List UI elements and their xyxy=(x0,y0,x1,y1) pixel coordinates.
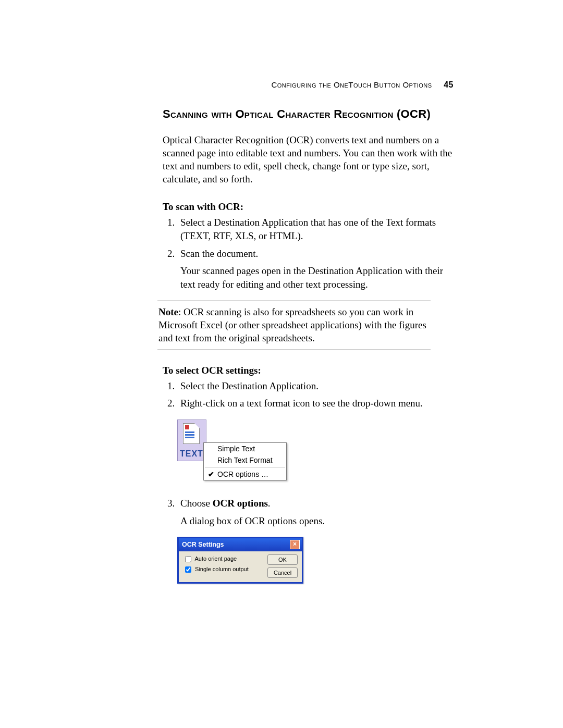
select-step-3-followup: A dialog box of OCR options opens. xyxy=(180,514,455,528)
auto-orient-checkbox[interactable] xyxy=(185,556,191,562)
check-icon: ✔ xyxy=(208,470,214,478)
ocr-settings-dialog: OCR Settings × Auto orient page Single c… xyxy=(177,537,303,584)
menu-item-ocr-options[interactable]: ✔ OCR options … xyxy=(204,468,286,480)
select-step-1: Select the Destination Application. xyxy=(177,379,455,393)
note-box: Note: OCR scanning is also for spreadshe… xyxy=(157,301,431,350)
single-column-checkbox[interactable] xyxy=(185,566,191,573)
menu-item-simple-text[interactable]: Simple Text xyxy=(204,443,286,454)
text-icon-label: TEXT xyxy=(180,449,203,459)
context-menu-illustration: TEXT Simple Text Rich Text Format ✔ OCR … xyxy=(177,419,455,487)
scan-step-1: Select a Destination Application that ha… xyxy=(177,216,455,242)
single-column-option[interactable]: Single column output xyxy=(183,565,267,574)
dialog-body: Auto orient page Single column output OK… xyxy=(179,551,302,582)
ocr-options-bold: OCR options xyxy=(213,498,268,509)
document-icon xyxy=(183,423,200,444)
select-step-2: Right-click on a text format icon to see… xyxy=(177,397,455,410)
section-title: Scanning with Optical Character Recognit… xyxy=(163,107,455,121)
text-format-icon[interactable]: TEXT xyxy=(177,419,206,461)
dialog-titlebar[interactable]: OCR Settings × xyxy=(179,538,302,551)
note-label: Note xyxy=(158,306,178,317)
note-text: : OCR scanning is also for spreadsheets … xyxy=(158,306,426,343)
scan-subhead: To scan with OCR: xyxy=(163,201,455,213)
running-header: Configuring the OneTouch Button Options … xyxy=(271,80,454,90)
cancel-button[interactable]: Cancel xyxy=(267,567,298,578)
running-title: Configuring the OneTouch Button Options xyxy=(271,80,432,89)
dialog-title: OCR Settings xyxy=(182,541,224,548)
menu-separator xyxy=(205,467,285,467)
select-subhead: To select OCR settings: xyxy=(163,365,455,376)
dialog-options: Auto orient page Single column output xyxy=(183,554,267,578)
menu-item-rich-text[interactable]: Rich Text Format xyxy=(204,454,286,466)
manual-page: Configuring the OneTouch Button Options … xyxy=(0,0,563,728)
close-icon[interactable]: × xyxy=(290,540,300,549)
auto-orient-option[interactable]: Auto orient page xyxy=(183,554,267,564)
select-steps: Select the Destination Application. Righ… xyxy=(163,379,455,410)
select-steps-cont: Choose OCR options. A dialog box of OCR … xyxy=(163,497,455,527)
dialog-buttons: OK Cancel xyxy=(267,554,298,578)
scan-step-2: Scan the document. Your scanned pages op… xyxy=(177,247,455,291)
scan-steps: Select a Destination Application that ha… xyxy=(163,216,455,291)
scan-step-2-followup: Your scanned pages open in the Destinati… xyxy=(180,264,455,291)
intro-paragraph: Optical Character Recognition (OCR) conv… xyxy=(163,133,455,186)
select-step-3: Choose OCR options. A dialog box of OCR … xyxy=(177,497,455,527)
ok-button[interactable]: OK xyxy=(267,554,298,565)
page-number: 45 xyxy=(444,80,454,89)
page-content: Scanning with Optical Character Recognit… xyxy=(163,107,455,584)
context-menu: Simple Text Rich Text Format ✔ OCR optio… xyxy=(203,442,287,480)
